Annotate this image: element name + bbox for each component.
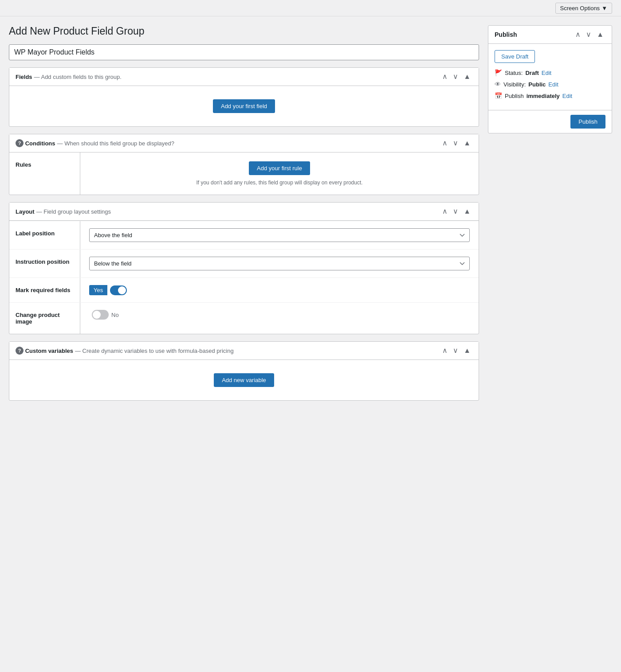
fields-panel-toggle[interactable]: ▲ — [462, 72, 472, 81]
product-image-toggle[interactable]: No — [89, 310, 119, 320]
layout-panel-title: Layout— Field group layout settings — [16, 208, 111, 215]
publish-time-label: Publish — [505, 93, 524, 99]
layout-row-product-image: Change product image No — [9, 302, 479, 334]
custom-vars-help-icon[interactable]: ? — [16, 347, 24, 355]
mark-required-knob — [118, 286, 126, 294]
save-draft-button[interactable]: Save Draft — [495, 50, 535, 63]
conditions-panel-down[interactable]: ∨ — [451, 139, 460, 148]
custom-vars-header: ? Custom variables— Create dynamic varia… — [9, 342, 479, 360]
layout-mark-required-label: Mark required fields — [9, 278, 80, 302]
layout-row-label-position: Label position Above the field Below the… — [9, 221, 479, 249]
conditions-panel: ? Conditions— When should this field gro… — [9, 134, 479, 195]
custom-vars-title: Custom variables— Create dynamic variabl… — [25, 348, 234, 354]
layout-label-position-control: Above the field Below the field Left of … — [80, 221, 479, 249]
calendar-icon: 📅 — [495, 92, 502, 99]
publish-box-up[interactable]: ∧ — [574, 30, 582, 39]
fields-panel-title: Fields— Add custom fields to this group. — [16, 74, 122, 80]
conditions-panel-header: ? Conditions— When should this field gro… — [9, 134, 479, 152]
publish-box-toggle[interactable]: ▲ — [595, 30, 605, 39]
publish-box-body: Save Draft 🚩 Status: Draft Edit 👁 Visibi… — [488, 44, 612, 110]
fields-panel-header: Fields— Add custom fields to this group.… — [9, 68, 479, 86]
publish-box-title: Publish — [495, 31, 517, 38]
status-value: Draft — [525, 70, 538, 76]
product-image-knob-wrap[interactable] — [92, 310, 109, 320]
publish-time-edit-link[interactable]: Edit — [562, 93, 572, 99]
add-variable-button[interactable]: Add new variable — [214, 373, 274, 387]
layout-instruction-position-label: Instruction position — [9, 250, 80, 277]
fields-panel-body: Add your first field — [9, 86, 479, 126]
rules-note: If you don't add any rules, this field g… — [89, 180, 470, 186]
custom-vars-body: Add new variable — [9, 360, 479, 400]
layout-label-position-label: Label position — [9, 221, 80, 249]
fields-panel-collapse-down[interactable]: ∨ — [451, 72, 460, 81]
publish-time-value: immediately — [527, 93, 560, 99]
visibility-value: Public — [528, 81, 546, 88]
layout-panel-toggle[interactable]: ▲ — [462, 207, 472, 216]
main-wrap: Add New Product Field Group Fields— Add … — [0, 16, 621, 426]
instruction-position-select[interactable]: Below the field Above the field Tooltip — [89, 257, 470, 270]
layout-mark-required-control: Yes — [80, 278, 479, 302]
content-area: Add New Product Field Group Fields— Add … — [9, 25, 479, 408]
sidebar: Publish ∧ ∨ ▲ Save Draft 🚩 Status: Draft… — [488, 25, 612, 408]
publish-box-footer: Publish — [488, 110, 612, 133]
label-position-select[interactable]: Above the field Below the field Left of … — [89, 228, 470, 242]
conditions-rules-row: Rules Add your first rule If you don't a… — [9, 152, 479, 195]
page-title: Add New Product Field Group — [9, 25, 479, 37]
mark-required-toggle[interactable]: Yes — [89, 285, 127, 295]
custom-vars-panel: ? Custom variables— Create dynamic varia… — [9, 341, 479, 401]
layout-panel-header: Layout— Field group layout settings ∧ ∨ … — [9, 203, 479, 221]
screen-options-label: Screen Options — [560, 5, 600, 12]
layout-product-image-label: Change product image — [9, 303, 80, 334]
conditions-panel-up[interactable]: ∧ — [440, 139, 449, 148]
publish-box: Publish ∧ ∨ ▲ Save Draft 🚩 Status: Draft… — [488, 25, 612, 133]
layout-row-mark-required: Mark required fields Yes — [9, 277, 479, 302]
mark-required-yes-badge: Yes — [89, 285, 107, 295]
conditions-header-left: ? Conditions— When should this field gro… — [16, 139, 174, 147]
visibility-edit-link[interactable]: Edit — [548, 81, 558, 88]
product-image-knob — [93, 311, 101, 319]
status-icon: 🚩 — [495, 69, 502, 76]
custom-vars-controls: ∧ ∨ ▲ — [440, 346, 472, 355]
fields-panel-collapse-up[interactable]: ∧ — [440, 72, 449, 81]
status-label: Status: — [505, 70, 523, 76]
visibility-icon: 👁 — [495, 81, 501, 88]
status-row: 🚩 Status: Draft Edit — [495, 69, 605, 76]
mark-required-knob-wrap[interactable] — [110, 285, 127, 295]
visibility-row: 👁 Visibility: Public Edit — [495, 81, 605, 88]
custom-vars-up[interactable]: ∧ — [440, 346, 449, 355]
layout-panel-up[interactable]: ∧ — [440, 207, 449, 216]
add-first-rule-button[interactable]: Add your first rule — [249, 161, 310, 175]
layout-panel: Layout— Field group layout settings ∧ ∨ … — [9, 202, 479, 334]
publish-box-down[interactable]: ∨ — [584, 30, 593, 39]
conditions-panel-toggle[interactable]: ▲ — [462, 139, 472, 148]
publish-time-row: 📅 Publish immediately Edit — [495, 92, 605, 99]
layout-product-image-control: No — [80, 303, 479, 334]
layout-panel-down[interactable]: ∨ — [451, 207, 460, 216]
fields-panel-controls: ∧ ∨ ▲ — [440, 72, 472, 81]
publish-button[interactable]: Publish — [570, 115, 605, 129]
layout-row-instruction-position: Instruction position Below the field Abo… — [9, 249, 479, 277]
rules-label: Rules — [9, 152, 80, 195]
product-image-no-badge: No — [111, 312, 119, 318]
conditions-panel-controls: ∧ ∨ ▲ — [440, 139, 472, 148]
custom-vars-header-left: ? Custom variables— Create dynamic varia… — [16, 347, 234, 355]
publish-box-controls: ∧ ∨ ▲ — [574, 30, 605, 39]
layout-instruction-position-control: Below the field Above the field Tooltip — [80, 250, 479, 277]
top-bar: Screen Options ▼ — [0, 0, 621, 16]
fields-panel: Fields— Add custom fields to this group.… — [9, 67, 479, 127]
custom-vars-down[interactable]: ∨ — [451, 346, 460, 355]
rules-content: Add your first rule If you don't add any… — [80, 152, 479, 195]
custom-vars-toggle[interactable]: ▲ — [462, 346, 472, 355]
status-edit-link[interactable]: Edit — [542, 70, 551, 76]
visibility-label: Visibility: — [503, 81, 526, 88]
conditions-help-icon[interactable]: ? — [16, 139, 24, 147]
screen-options-button[interactable]: Screen Options ▼ — [555, 3, 612, 14]
group-title-input[interactable] — [9, 44, 479, 60]
layout-panel-controls: ∧ ∨ ▲ — [440, 207, 472, 216]
add-first-field-button[interactable]: Add your first field — [213, 99, 275, 113]
screen-options-chevron: ▼ — [601, 5, 607, 12]
publish-box-header: Publish ∧ ∨ ▲ — [488, 26, 612, 44]
conditions-panel-title: Conditions— When should this field group… — [25, 140, 174, 147]
